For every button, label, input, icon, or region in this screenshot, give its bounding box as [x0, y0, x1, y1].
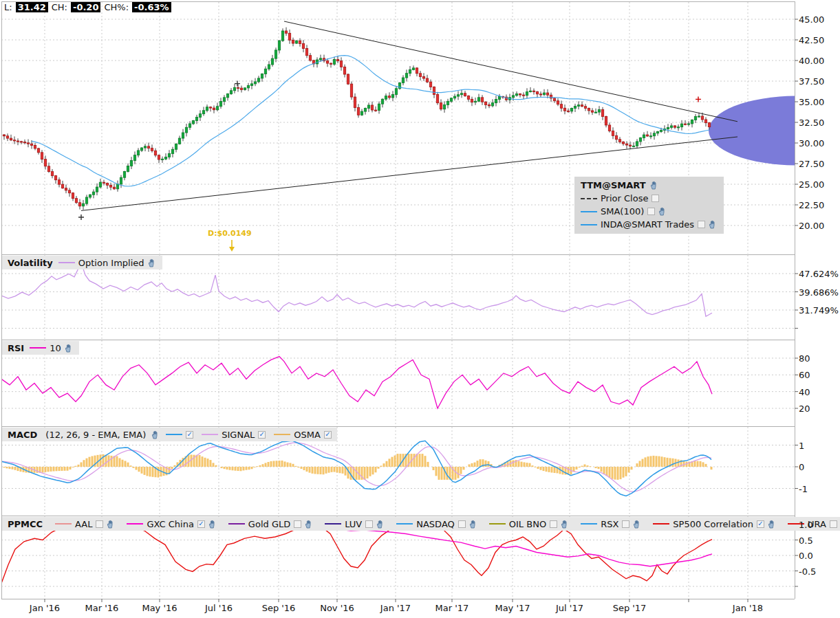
- visibility-checkbox[interactable]: [458, 520, 466, 528]
- visibility-checkbox[interactable]: ✓: [324, 431, 332, 439]
- y-axis-label: 32.50: [799, 118, 824, 128]
- volatility-title: Volatility: [8, 258, 53, 268]
- macd-header: MACD (12, 26, 9 - EMA, EMA) ✓SIGNAL✓OSMA…: [2, 428, 337, 441]
- visibility-checkbox[interactable]: [698, 221, 705, 228]
- drag-hand-icon[interactable]: [65, 344, 74, 353]
- drag-hand-icon[interactable]: [650, 181, 659, 190]
- line-sample: [58, 262, 75, 263]
- legend-label: GXC China: [147, 519, 193, 529]
- y-axis-label: 40.00: [799, 56, 824, 66]
- line-sample: [581, 198, 597, 199]
- ppmcc-header: PPMCC AALGXC China✓Gold GLDLUVNASDAQOIL …: [2, 517, 840, 531]
- macd-legend: ✓SIGNAL✓OSMA✓: [166, 430, 332, 440]
- y-axis-label: 0.0: [799, 551, 813, 561]
- ppmcc-title: PPMCC: [8, 519, 43, 529]
- visibility-checkbox[interactable]: [651, 195, 659, 202]
- ppmcc-legend: AALGXC China✓Gold GLDLUVNASDAQOIL BNORSX…: [55, 519, 840, 529]
- x-axis-label: Sep '17: [613, 603, 647, 613]
- volatility-legend: Option Implied: [58, 258, 157, 268]
- x-axis-label: Jan '16: [30, 603, 60, 613]
- line-sample: [55, 523, 72, 525]
- visibility-checkbox[interactable]: ✓: [757, 520, 764, 528]
- legend-label: OIL BNO: [509, 519, 546, 529]
- drag-hand-icon[interactable]: [561, 520, 570, 529]
- legend-item-osma: OSMA✓: [274, 430, 332, 440]
- legend-label: SIGNAL: [222, 430, 255, 440]
- drag-hand-icon[interactable]: [151, 430, 160, 439]
- last-value: 31.42: [16, 2, 48, 12]
- drag-hand-icon[interactable]: [305, 520, 314, 529]
- symbol-title: TTM@SMART: [581, 180, 646, 190]
- x-axis-label: Jan '18: [733, 603, 763, 613]
- legend-label: INDA@SMART Trades: [601, 219, 694, 230]
- legend-item-aal: AAL: [55, 519, 116, 529]
- line-sample: [581, 211, 597, 212]
- y-axis-label: 40: [799, 386, 810, 397]
- drag-hand-icon[interactable]: [208, 520, 217, 529]
- drag-hand-icon[interactable]: [633, 520, 642, 529]
- y-axis-label: 47.624%: [799, 269, 839, 279]
- trading-chart-window: L: 31.42 CH: -0.20 CH%: -0.63% TTM@SMART…: [0, 0, 840, 618]
- legend-item-signal: SIGNAL✓: [202, 430, 266, 440]
- legend-item-rsx: RSX: [581, 519, 642, 529]
- line-sample: [228, 523, 245, 525]
- legend-label: SMA(100): [601, 206, 644, 217]
- line-sample: [653, 523, 669, 525]
- legend-label: OSMA: [294, 430, 321, 440]
- legend-label: LUV: [345, 519, 362, 529]
- legend-item-series: ✓: [166, 431, 193, 439]
- visibility-checkbox[interactable]: ✓: [186, 431, 193, 439]
- drag-hand-icon[interactable]: [709, 220, 718, 229]
- macd-title: MACD: [8, 430, 37, 440]
- drag-hand-icon[interactable]: [107, 520, 116, 529]
- visibility-checkbox[interactable]: [294, 520, 301, 528]
- x-axis-label: May '17: [495, 603, 530, 613]
- legend-item-nasdaq: NASDAQ: [396, 519, 478, 529]
- legend-item-sp500-correlation: SP500 Correlation✓: [653, 519, 777, 529]
- y-axis-label: 37.50: [799, 76, 824, 87]
- drag-hand-icon[interactable]: [658, 207, 667, 216]
- y-axis-label: 31.749%: [799, 305, 839, 316]
- dividend-label: D:$0.0149: [208, 229, 252, 238]
- visibility-checkbox[interactable]: ✓: [197, 520, 205, 528]
- x-axis-label: Jul '16: [205, 603, 233, 613]
- y-axis-label: 0: [799, 462, 804, 472]
- volatility-header: Volatility Option Implied: [2, 256, 162, 269]
- legend-label: NASDAQ: [416, 519, 455, 529]
- drag-hand-icon[interactable]: [768, 520, 777, 529]
- visibility-checkbox[interactable]: [550, 520, 557, 528]
- legend-item-ura: URA: [788, 519, 840, 529]
- rsi-title: RSI: [8, 343, 24, 353]
- y-axis-label: 1: [799, 440, 804, 450]
- legend-item-sma-100: SMA(100): [581, 206, 667, 217]
- line-sample: [581, 224, 597, 225]
- visibility-checkbox[interactable]: [647, 208, 655, 215]
- line-sample: [325, 523, 341, 525]
- drag-hand-icon[interactable]: [148, 258, 157, 267]
- legend-label: 10: [50, 343, 61, 353]
- x-axis-label: Jan '17: [380, 603, 411, 613]
- legend-item-gxc-china: GXC China✓: [127, 519, 217, 529]
- change-label: CH:: [52, 2, 67, 12]
- visibility-checkbox[interactable]: [365, 520, 373, 528]
- visibility-checkbox[interactable]: ✓: [258, 431, 266, 439]
- visibility-checkbox[interactable]: [830, 520, 837, 528]
- change-pct-value: -0.63%: [132, 2, 171, 12]
- visibility-checkbox[interactable]: [96, 520, 103, 528]
- line-sample: [274, 434, 290, 435]
- legend-label: Prior Close: [601, 193, 648, 203]
- visibility-checkbox[interactable]: [622, 520, 629, 528]
- drag-hand-icon[interactable]: [469, 520, 478, 529]
- change-value: -0.20: [71, 2, 100, 12]
- y-axis-label: 20.00: [799, 221, 824, 231]
- change-pct-label: CH%:: [104, 2, 129, 12]
- x-axis-label: Jul '17: [556, 603, 583, 613]
- x-axis-label: Nov '16: [320, 603, 354, 613]
- last-label: L:: [4, 2, 12, 12]
- legend-label: AAL: [75, 519, 92, 529]
- price-legend: TTM@SMART Prior CloseSMA(100)INDA@SMART …: [574, 177, 724, 234]
- y-axis-label: 60: [799, 370, 810, 380]
- drag-hand-icon[interactable]: [376, 520, 385, 529]
- legend-label: RSX: [601, 519, 618, 529]
- legend-item-luv: LUV: [325, 519, 385, 529]
